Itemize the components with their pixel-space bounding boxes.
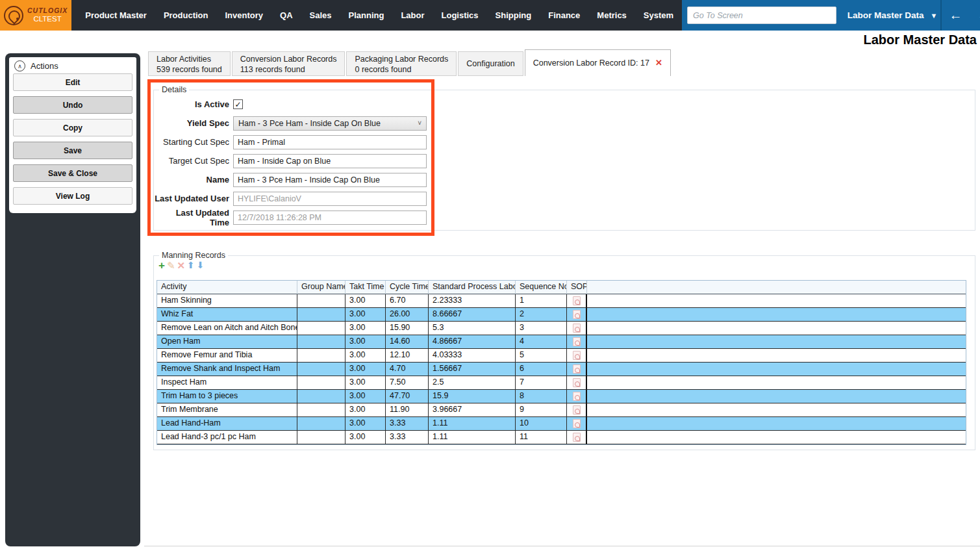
add-row-icon[interactable]: + xyxy=(158,261,165,270)
column-header-sop[interactable]: SOP xyxy=(567,281,587,294)
menu-item-inventory[interactable]: Inventory xyxy=(217,10,272,20)
menu-item-finance[interactable]: Finance xyxy=(540,10,588,20)
table-row[interactable]: Remove Lean on Aitch and Aitch Bone3.001… xyxy=(157,322,966,335)
app-logo[interactable]: CUTLOGIX CLTEST xyxy=(0,0,71,31)
content-bottom-border xyxy=(144,546,980,546)
copy-button[interactable]: Copy xyxy=(13,119,132,136)
sop-pdf-icon[interactable] xyxy=(573,405,581,415)
sop-pdf-icon[interactable] xyxy=(573,337,581,346)
sop-pdf-icon[interactable] xyxy=(573,324,581,333)
table-row[interactable]: Inspect Ham3.007.502.57 xyxy=(157,376,966,390)
tab-record-count: 113 records found xyxy=(240,64,337,75)
cell-group-name xyxy=(297,390,346,403)
cell-standard-process-labor: 15.9 xyxy=(429,390,516,403)
starting-cut-spec-input[interactable] xyxy=(233,135,427,149)
cell-group-name xyxy=(297,431,346,444)
column-header-takt-time[interactable]: Takt Time xyxy=(346,281,386,294)
table-row[interactable]: Lead Hand-Ham3.003.331.1110 xyxy=(157,417,966,431)
sop-pdf-icon[interactable] xyxy=(573,310,581,319)
menu-item-product-master[interactable]: Product Master xyxy=(77,10,155,20)
edit-row-icon[interactable]: ✎ xyxy=(167,261,175,270)
screen-selector-dropdown[interactable]: Labor Master Data ▼ xyxy=(844,0,940,31)
cell-sequence-no: 10 xyxy=(516,417,567,431)
page-title: Labor Master Data xyxy=(864,32,977,47)
menu-item-metrics[interactable]: Metrics xyxy=(588,10,635,20)
move-up-icon[interactable]: ⬆ xyxy=(187,261,195,270)
logo-subtitle: CLTEST xyxy=(34,15,62,23)
sop-pdf-icon[interactable] xyxy=(573,378,581,387)
cell-group-name xyxy=(297,294,346,308)
table-row[interactable]: Trim Membrane3.0011.903.966679 xyxy=(157,403,966,417)
cell-group-name xyxy=(297,335,346,349)
menu-item-production[interactable]: Production xyxy=(155,10,217,20)
yield-spec-combobox[interactable]: Ham - 3 Pce Ham - Inside Cap On Blue ˅ xyxy=(233,116,427,131)
tab-conversion-labor-record-17[interactable]: Conversion Labor Record ID: 17 ✕ xyxy=(525,49,671,76)
tab-configuration[interactable]: Configuration xyxy=(458,51,523,76)
target-cut-spec-input[interactable] xyxy=(233,154,427,168)
menu-item-planning[interactable]: Planning xyxy=(340,10,393,20)
table-row[interactable]: Whiz Fat3.0026.008.666672 xyxy=(157,308,966,322)
sop-pdf-icon[interactable] xyxy=(573,364,581,374)
tab-labor-activities[interactable]: Labor Activities 539 records found xyxy=(148,51,231,76)
menu-item-system[interactable]: System xyxy=(635,10,682,20)
table-row[interactable]: Ham Skinning3.006.702.233331 xyxy=(157,294,966,308)
column-header-sequence-no[interactable]: Sequence No xyxy=(516,281,567,294)
details-groupbox: Details Is Active ✓ Yield Spec Ham - 3 P… xyxy=(153,90,975,231)
menu-item-labor[interactable]: Labor xyxy=(392,10,433,20)
save-button[interactable]: Save xyxy=(13,142,132,159)
cell-sop xyxy=(567,390,587,403)
logo-title: CUTLOGIX xyxy=(27,7,68,15)
cell-sop xyxy=(567,335,587,349)
forward-icon[interactable]: → xyxy=(970,0,980,31)
cell-cycle-time: 47.70 xyxy=(386,390,429,403)
go-to-screen-input[interactable] xyxy=(687,6,836,24)
cell-filler xyxy=(587,308,966,322)
sop-pdf-icon[interactable] xyxy=(573,433,581,442)
is-active-checkbox[interactable]: ✓ xyxy=(233,99,243,109)
move-down-icon[interactable]: ⬇ xyxy=(197,261,205,270)
column-header-group-name[interactable]: Group Name xyxy=(297,281,346,294)
sop-pdf-icon[interactable] xyxy=(573,419,581,428)
edit-button[interactable]: Edit xyxy=(13,73,132,91)
cell-activity: Lead Hand-Ham xyxy=(157,417,297,431)
collapse-chevron-icon[interactable]: ∧ xyxy=(14,60,25,71)
table-row[interactable]: Trim Ham to 3 pieces3.0047.7015.98 xyxy=(157,390,966,403)
delete-row-icon[interactable]: ✕ xyxy=(177,261,186,270)
manning-records-groupbox: Manning Records + ✎ ✕ ⬆ ⬇ Activity Group… xyxy=(153,255,975,450)
column-header-standard-process-labor[interactable]: Standard Process Labor xyxy=(429,281,516,294)
cell-sequence-no: 7 xyxy=(516,376,567,390)
sop-pdf-icon[interactable] xyxy=(573,296,581,305)
cell-activity: Lead Hand-3 pc/1 pc Ham xyxy=(157,431,297,444)
sop-pdf-icon[interactable] xyxy=(573,392,581,401)
tab-packaging-labor-records[interactable]: Packaging Labor Records 0 records found xyxy=(346,51,457,76)
back-icon[interactable]: ← xyxy=(942,0,970,31)
tab-record-count: 539 records found xyxy=(157,64,222,75)
table-row[interactable]: Remove Shank and Inspect Ham3.004.701.56… xyxy=(157,363,966,376)
menu-item-shipping[interactable]: Shipping xyxy=(487,10,540,20)
screen-selector-label: Labor Master Data xyxy=(848,10,924,20)
details-fields: Is Active ✓ Yield Spec Ham - 3 Pce Ham -… xyxy=(154,90,975,224)
column-header-activity[interactable]: Activity xyxy=(157,281,297,294)
cell-cycle-time: 7.50 xyxy=(386,376,429,390)
menu-item-sales[interactable]: Sales xyxy=(301,10,340,20)
manning-table-body: Ham Skinning3.006.702.233331Whiz Fat3.00… xyxy=(157,294,966,444)
table-row[interactable]: Open Ham3.0014.604.866674 xyxy=(157,335,966,349)
menu-item-logistics[interactable]: Logistics xyxy=(433,10,487,20)
sop-pdf-icon[interactable] xyxy=(573,351,581,360)
menu-item-qa[interactable]: QA xyxy=(271,10,301,20)
tab-conversion-labor-records[interactable]: Conversion Labor Records 113 records fou… xyxy=(232,51,346,76)
view-log-button[interactable]: View Log xyxy=(13,187,132,205)
cell-sop xyxy=(567,431,587,444)
column-header-cycle-time[interactable]: Cycle Time xyxy=(386,281,429,294)
save-close-button[interactable]: Save & Close xyxy=(13,164,132,182)
cell-takt-time: 3.00 xyxy=(346,431,386,444)
tab-close-icon[interactable]: ✕ xyxy=(655,58,662,68)
actions-header: ∧ Actions xyxy=(9,57,136,73)
table-row[interactable]: Remove Femur and Tibia3.0012.104.033335 xyxy=(157,349,966,363)
cell-activity: Remove Femur and Tibia xyxy=(157,349,297,363)
cell-sop xyxy=(567,363,587,376)
name-input[interactable] xyxy=(233,173,427,187)
undo-button[interactable]: Undo xyxy=(13,96,132,114)
table-row[interactable]: Lead Hand-3 pc/1 pc Ham3.003.331.1111 xyxy=(157,431,966,444)
cell-takt-time: 3.00 xyxy=(346,308,386,322)
